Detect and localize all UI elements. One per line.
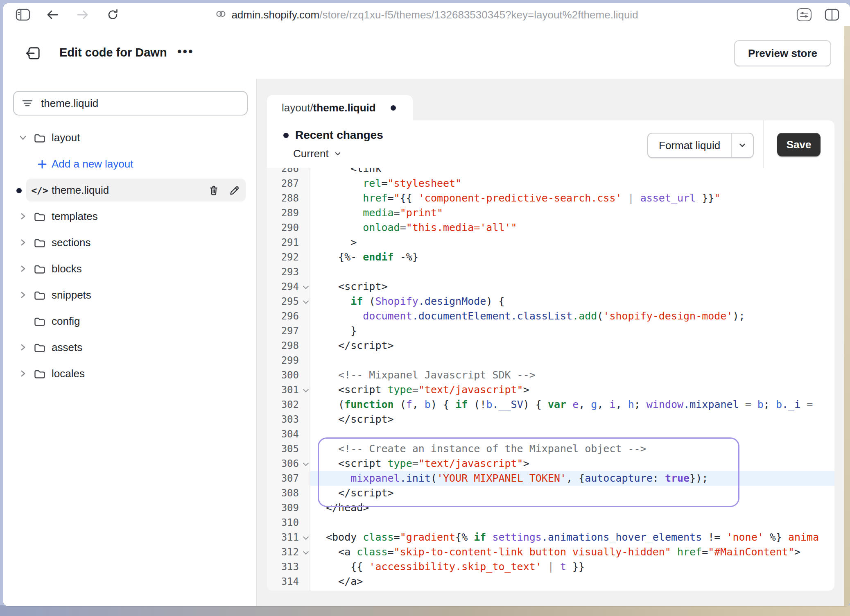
desktop-edge xyxy=(0,605,850,616)
file-tree: layoutAdd a new layout</>theme.liquidtem… xyxy=(3,126,256,388)
code-content[interactable]: </script> xyxy=(310,338,834,353)
code-content[interactable]: <script> xyxy=(310,279,834,294)
address-bar[interactable]: admin.shopify.com/store/rzq1xu-f5/themes… xyxy=(215,8,638,21)
line-number: 309 xyxy=(267,500,310,515)
exit-editor-button[interactable] xyxy=(25,44,43,62)
code-content[interactable]: media="print" xyxy=(310,206,834,220)
sidebar-item-locales[interactable]: locales xyxy=(3,362,256,385)
code-line-298: 298 </script> xyxy=(267,338,834,353)
sidebar-item-templates[interactable]: templates xyxy=(3,205,256,228)
code-content[interactable] xyxy=(310,265,834,279)
line-number: 296 xyxy=(267,309,310,324)
more-actions-menu[interactable]: ••• xyxy=(177,26,194,77)
unsaved-dot xyxy=(16,188,22,193)
code-content[interactable]: </script> xyxy=(310,412,834,427)
fold-chevron-icon[interactable] xyxy=(303,461,308,466)
code-line-288: 288 href="{{ 'component-predictive-searc… xyxy=(267,191,834,206)
tree-item-label: blocks xyxy=(52,257,82,280)
code-line-300: 300 <!-- Mixpanel Javascript SDK --> xyxy=(267,368,834,383)
line-number: 294 xyxy=(267,279,310,294)
code-line-310: 310 xyxy=(267,515,834,530)
code-content[interactable]: </head> xyxy=(310,500,834,515)
chevron-right-icon[interactable] xyxy=(18,342,28,352)
line-number: 306 xyxy=(267,456,310,471)
sidebar-item-snippets[interactable]: snippets xyxy=(3,283,256,306)
rename-file-icon[interactable] xyxy=(228,184,241,197)
sidebar-item-blocks[interactable]: blocks xyxy=(3,257,256,280)
code-content[interactable]: <script type="text/javascript"> xyxy=(310,456,834,471)
url-domain: admin.shopify.com xyxy=(231,9,319,21)
back-icon[interactable] xyxy=(46,9,59,21)
code-line-289: 289 media="print" xyxy=(267,206,834,220)
folder-icon xyxy=(33,315,47,328)
search-input[interactable] xyxy=(40,97,230,110)
preview-store-button[interactable]: Preview store xyxy=(734,40,831,66)
sidebar-item-config[interactable]: config xyxy=(3,310,256,333)
code-content[interactable]: rel="stylesheet" xyxy=(310,176,834,191)
chevron-right-icon[interactable] xyxy=(18,264,28,274)
scrollbar-strip[interactable] xyxy=(844,26,850,606)
code-content[interactable]: <!-- Create an instance of the Mixpanel … xyxy=(310,442,834,456)
sidebar-item-layout[interactable]: layout xyxy=(3,126,256,149)
fold-chevron-icon[interactable] xyxy=(303,550,308,554)
code-content[interactable]: (function (f, b) { if (!b.__SV) { var e,… xyxy=(310,397,834,412)
line-number: 305 xyxy=(267,442,310,456)
line-number: 310 xyxy=(267,515,310,530)
code-content[interactable]: onload="this.media='all'" xyxy=(310,220,834,235)
code-content[interactable]: {{ 'accessibility.skip_to_text' | t }} xyxy=(310,559,834,574)
code-content[interactable]: <script type="text/javascript"> xyxy=(310,383,834,397)
sidebar-item-assets[interactable]: assets xyxy=(3,336,256,359)
version-dropdown[interactable]: Current xyxy=(293,147,342,160)
code-content[interactable]: } xyxy=(310,324,834,338)
page-settings-icon[interactable] xyxy=(796,8,812,22)
folder-icon xyxy=(33,210,47,224)
code-content[interactable] xyxy=(310,353,834,368)
code-content[interactable]: <link xyxy=(310,168,834,176)
code-content[interactable]: <a class="skip-to-content-link button vi… xyxy=(310,545,834,559)
chevron-right-icon[interactable] xyxy=(18,369,28,378)
tab-layout-theme-liquid[interactable]: layout/theme.liquid xyxy=(267,95,413,120)
filter-icon xyxy=(21,97,34,109)
browser-sidebar-toggle-icon[interactable] xyxy=(16,8,30,21)
split-view-icon[interactable] xyxy=(825,8,839,21)
sidebar-item-sections[interactable]: sections xyxy=(3,231,256,254)
reload-icon[interactable] xyxy=(106,8,120,21)
line-number: 311 xyxy=(267,530,310,545)
format-liquid-button[interactable]: Format liquid xyxy=(647,133,754,158)
sidebar-item-theme-liquid[interactable]: </>theme.liquid xyxy=(3,179,256,202)
code-line-293: 293 xyxy=(267,265,834,279)
chevron-right-icon[interactable] xyxy=(18,211,28,221)
chevron-right-icon[interactable] xyxy=(18,290,28,300)
delete-file-icon[interactable] xyxy=(207,184,220,197)
code-content[interactable]: </script> xyxy=(310,486,834,500)
line-number: 307 xyxy=(267,471,310,486)
sidebar-item-add-a-new-layout[interactable]: Add a new layout xyxy=(3,152,256,175)
format-options-chevron[interactable] xyxy=(731,134,753,157)
code-content[interactable]: if (Shopify.designMode) { xyxy=(310,294,834,309)
app-header: Edit code for Dawn ••• Preview store xyxy=(3,26,850,79)
code-content[interactable]: <body class="gradient{% if settings.anim… xyxy=(310,530,834,545)
tab-path-prefix: layout/ xyxy=(282,102,313,114)
code-content[interactable]: <!-- Mixpanel Javascript SDK --> xyxy=(310,368,834,383)
unsaved-dot xyxy=(391,105,396,111)
code-content[interactable] xyxy=(310,427,834,442)
code-content[interactable]: href="{{ 'component-predictive-search.cs… xyxy=(310,191,834,206)
chevron-right-icon[interactable] xyxy=(18,238,28,247)
fold-chevron-icon[interactable] xyxy=(303,284,308,289)
code-content[interactable]: > xyxy=(310,235,834,250)
forward-icon[interactable] xyxy=(76,9,89,21)
code-content[interactable]: {%- endif -%} xyxy=(310,250,834,265)
line-number: 301 xyxy=(267,383,310,397)
file-search-box[interactable] xyxy=(13,91,248,116)
code-content[interactable]: </a> xyxy=(310,574,834,589)
save-button[interactable]: Save xyxy=(777,133,821,156)
chevron-down-icon[interactable] xyxy=(18,133,28,143)
fold-chevron-icon[interactable] xyxy=(303,387,308,392)
fold-chevron-icon[interactable] xyxy=(303,299,308,303)
code-editor[interactable]: 286 <link287 rel="stylesheet"288 href="{… xyxy=(267,168,834,591)
code-line-303: 303 </script> xyxy=(267,412,834,427)
code-content[interactable] xyxy=(310,515,834,530)
fold-chevron-icon[interactable] xyxy=(303,535,308,539)
code-content[interactable]: mixpanel.init('YOUR_MIXPANEL_TOKEN', {au… xyxy=(310,471,834,486)
code-content[interactable]: document.documentElement.classList.add('… xyxy=(310,309,834,324)
